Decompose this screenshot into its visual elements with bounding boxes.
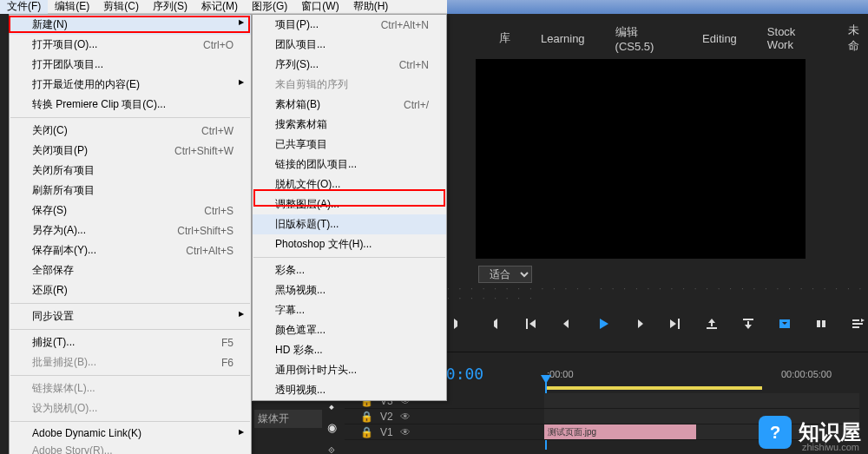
submenu-arrow-icon: ▶ bbox=[239, 78, 244, 86]
menu-item[interactable]: 已共享项目 bbox=[253, 135, 446, 155]
comparison-button[interactable] bbox=[811, 313, 832, 334]
menu-item[interactable]: 另存为(A)...Ctrl+Shift+S bbox=[10, 220, 251, 240]
watermark-url: zhishiwu.com bbox=[802, 442, 859, 452]
workspace-tab[interactable]: 编辑 (CS5.5) bbox=[615, 24, 672, 53]
track-header[interactable]: 🔒V2👁 bbox=[345, 411, 544, 423]
file-menu-dropdown: 新建(N)▶打开项目(O)...Ctrl+O打开团队项目...打开最近使用的内容… bbox=[9, 14, 252, 454]
menu-item[interactable]: 序列(S)...Ctrl+N bbox=[253, 55, 446, 75]
menu-item[interactable]: 旧版标题(T)... bbox=[253, 214, 446, 234]
menu-item[interactable]: 颜色遮罩... bbox=[253, 320, 446, 340]
menu-item[interactable]: 黑场视频... bbox=[253, 280, 446, 300]
submenu-arrow-icon: ▶ bbox=[239, 18, 244, 26]
menu-item: 批量捕捉(B)...F6 bbox=[10, 352, 251, 372]
menu-item[interactable]: 打开团队项目... bbox=[10, 55, 251, 75]
work-area-bar[interactable] bbox=[545, 386, 762, 390]
menu-item[interactable]: 关闭项目(P)Ctrl+Shift+W bbox=[10, 141, 251, 161]
menubar-item[interactable]: 剪辑(C) bbox=[96, 0, 146, 14]
menu-item[interactable]: 保存(S)Ctrl+S bbox=[10, 201, 251, 220]
menu-item[interactable]: 打开最近使用的内容(E)▶ bbox=[10, 75, 251, 95]
menu-separator bbox=[10, 421, 250, 422]
track-label: V1 bbox=[380, 426, 393, 438]
go-to-out-button[interactable] bbox=[666, 313, 687, 334]
timeline-ruler[interactable]: :00:00 00:00:05:00 bbox=[538, 369, 859, 395]
menu-item[interactable]: 同步设置▶ bbox=[10, 306, 251, 326]
workspace-tab[interactable]: Stock Work bbox=[767, 25, 818, 51]
step-back-button[interactable] bbox=[556, 313, 577, 334]
menu-item[interactable]: 项目(P)...Ctrl+Alt+N bbox=[253, 15, 446, 35]
track-label: V2 bbox=[380, 411, 393, 423]
lock-icon[interactable]: 🔒 bbox=[360, 411, 373, 423]
menu-item[interactable]: 彩条... bbox=[253, 260, 446, 280]
menu-item[interactable]: 关闭(C)Ctrl+W bbox=[10, 121, 251, 141]
menu-item[interactable]: 脱机文件(O)... bbox=[253, 174, 446, 194]
submenu-arrow-icon: ▶ bbox=[239, 310, 244, 318]
menu-item[interactable]: 团队项目... bbox=[253, 35, 446, 55]
menu-item[interactable]: HD 彩条... bbox=[253, 340, 446, 360]
eye-icon[interactable]: 👁 bbox=[400, 426, 411, 438]
menu-item[interactable]: 捕捉(T)...F5 bbox=[10, 332, 251, 352]
eye-icon[interactable]: 👁 bbox=[400, 411, 411, 423]
menu-item[interactable]: 字幕... bbox=[253, 300, 446, 320]
ruler-label: :00:00 bbox=[547, 369, 574, 379]
menu-item[interactable]: 保存副本(Y)...Ctrl+Alt+S bbox=[10, 240, 251, 260]
menu-item[interactable]: 搜索素材箱 bbox=[253, 115, 446, 135]
menu-item[interactable]: 链接的团队项目... bbox=[253, 155, 446, 174]
play-button[interactable] bbox=[593, 313, 614, 334]
workspace-tab[interactable]: 库 bbox=[499, 30, 510, 46]
workspace-tab[interactable]: Editing bbox=[702, 32, 737, 45]
track-header[interactable]: 🔒V1👁 bbox=[345, 426, 544, 438]
go-to-in-button[interactable] bbox=[520, 313, 541, 334]
program-monitor bbox=[476, 59, 806, 259]
mark-in-button[interactable] bbox=[447, 313, 468, 334]
menu-item[interactable]: 刷新所有项目 bbox=[10, 181, 251, 201]
menu-item[interactable]: 关闭所有项目 bbox=[10, 161, 251, 181]
step-forward-button[interactable] bbox=[629, 313, 650, 334]
workspace-tab[interactable]: Learning bbox=[541, 32, 585, 45]
export-frame-button[interactable] bbox=[774, 313, 795, 334]
menubar-item[interactable]: 文件(F) bbox=[0, 0, 48, 14]
lock-icon[interactable]: 🔒 bbox=[360, 426, 373, 438]
window-titlebar bbox=[447, 0, 868, 14]
link-icon[interactable]: ⟐ bbox=[328, 443, 335, 454]
new-submenu-dropdown: 项目(P)...Ctrl+Alt+N团队项目...序列(S)...Ctrl+N来… bbox=[252, 14, 447, 401]
transport-controls bbox=[447, 308, 868, 339]
zoom-select[interactable]: 适合 bbox=[478, 266, 532, 283]
menubar-item[interactable]: 序列(S) bbox=[146, 0, 194, 14]
menubar-item[interactable]: 帮助(H) bbox=[346, 0, 396, 14]
menu-item[interactable]: 新建(N)▶ bbox=[10, 15, 251, 35]
snap-icon[interactable]: ⬥ bbox=[328, 399, 335, 412]
menu-separator bbox=[253, 257, 445, 258]
workspace-tabs: 库Learning编辑 (CS5.5)EditingStock Work未命 bbox=[447, 26, 868, 50]
menu-item[interactable]: 打开项目(O)...Ctrl+O bbox=[10, 35, 251, 55]
menu-item[interactable]: 调整图层(A)... bbox=[253, 194, 446, 214]
menu-separator bbox=[10, 329, 250, 330]
menu-item[interactable]: 转换 Premiere Clip 项目(C)... bbox=[10, 95, 251, 115]
extract-button[interactable] bbox=[738, 313, 759, 334]
menu-separator bbox=[10, 117, 250, 118]
menu-item: 来自剪辑的序列 bbox=[253, 75, 446, 95]
menu-item[interactable]: 透明视频... bbox=[253, 380, 446, 400]
viewer-controls: 适合 bbox=[447, 266, 868, 283]
timeline-clip[interactable]: 测试页面.jpg bbox=[544, 424, 696, 439]
menubar-item[interactable]: 编辑(E) bbox=[48, 0, 96, 14]
menu-item[interactable]: 素材箱(B)Ctrl+/ bbox=[253, 95, 446, 115]
menu-item: 链接媒体(L)... bbox=[10, 378, 251, 398]
track-body[interactable] bbox=[544, 393, 859, 408]
settings-button[interactable] bbox=[847, 313, 868, 334]
workspace-tab[interactable]: 未命 bbox=[848, 23, 868, 54]
submenu-arrow-icon: ▶ bbox=[239, 428, 244, 436]
menu-item[interactable]: Photoshop 文件(H)... bbox=[253, 234, 446, 254]
menubar-item[interactable]: 窗口(W) bbox=[294, 0, 345, 14]
watermark-icon: ? bbox=[759, 416, 792, 449]
menu-item[interactable]: 还原(R) bbox=[10, 280, 251, 300]
project-column: 媒体开 bbox=[254, 410, 322, 428]
menubar-item[interactable]: 标记(M) bbox=[194, 0, 245, 14]
menubar-item[interactable]: 图形(G) bbox=[245, 0, 294, 14]
lift-button[interactable] bbox=[701, 313, 722, 334]
menu-item: 设为脱机(O)... bbox=[10, 398, 251, 418]
menu-item[interactable]: 全部保存 bbox=[10, 260, 251, 280]
menu-item[interactable]: 通用倒计时片头... bbox=[253, 360, 446, 380]
mark-out-button[interactable] bbox=[483, 313, 504, 334]
marker-icon[interactable]: ◉ bbox=[327, 421, 337, 434]
menu-item[interactable]: Adobe Dynamic Link(K)▶ bbox=[10, 424, 251, 442]
